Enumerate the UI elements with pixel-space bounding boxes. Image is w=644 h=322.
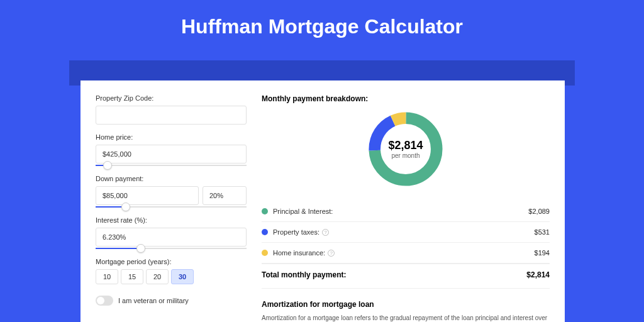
period-btn-30[interactable]: 30 (171, 269, 194, 284)
veteran-row: I am veteran or military (96, 296, 247, 306)
mortgage-period-block: Mortgage period (years): 10 15 20 30 (96, 258, 247, 284)
period-btn-15[interactable]: 15 (121, 269, 143, 284)
down-payment-label: Down payment: (96, 175, 247, 182)
home-price-slider[interactable] (96, 165, 247, 166)
period-btn-20[interactable]: 20 (146, 269, 169, 284)
slider-thumb[interactable] (103, 161, 112, 170)
donut-chart: $2,814 per month (365, 108, 447, 190)
period-btn-10[interactable]: 10 (96, 269, 118, 284)
home-price-label: Home price: (96, 133, 247, 141)
amortization-title: Amortization for mortgage loan (262, 300, 550, 309)
amortization-text: Amortization for a mortgage loan refers … (262, 314, 550, 322)
legend-label: Property taxes: ? (273, 228, 535, 236)
donut-sub: per month (391, 152, 419, 159)
page-title: Huffman Mortgage Calculator (0, 0, 644, 50)
down-payment-pct-input[interactable] (203, 186, 247, 205)
veteran-toggle[interactable] (96, 296, 113, 306)
dot-icon (262, 208, 268, 214)
donut-amount: $2,814 (388, 139, 423, 152)
slider-thumb[interactable] (121, 203, 130, 211)
legend-value: $194 (535, 249, 550, 257)
mortgage-period-options: 10 15 20 30 (96, 269, 247, 284)
veteran-label: I am veteran or military (118, 297, 189, 304)
interest-rate-input[interactable] (96, 228, 247, 247)
legend-value: $531 (535, 228, 550, 236)
info-icon[interactable]: ? (322, 229, 329, 236)
legend-label: Home insurance: ? (273, 249, 535, 257)
dot-icon (262, 250, 268, 256)
zip-input[interactable] (96, 106, 247, 125)
form-panel: Property Zip Code: Home price: Down paym… (96, 94, 247, 322)
legend-value: $2,089 (528, 208, 550, 215)
dot-icon (262, 229, 268, 235)
legend-row-principal: Principal & Interest: $2,089 (262, 201, 550, 222)
legend-row-insurance: Home insurance: ? $194 (262, 243, 550, 264)
donut-center: $2,814 per month (365, 108, 447, 190)
slider-thumb[interactable] (136, 244, 145, 253)
total-value: $2,814 (526, 270, 550, 279)
donut-chart-wrap: $2,814 per month (262, 108, 550, 190)
breakdown-heading: Monthly payment breakdown: (262, 94, 550, 103)
interest-rate-slider[interactable] (96, 248, 247, 249)
down-payment-block: Down payment: (96, 175, 247, 208)
total-row: Total monthly payment: $2,814 (262, 264, 550, 289)
down-payment-slider[interactable] (96, 206, 247, 208)
mortgage-period-label: Mortgage period (years): (96, 258, 247, 265)
legend-text: Property taxes: (273, 228, 319, 236)
slider-fill (96, 248, 141, 249)
total-label: Total monthly payment: (262, 270, 346, 279)
down-payment-input[interactable] (96, 186, 199, 205)
calculator-card: Property Zip Code: Home price: Down paym… (80, 80, 565, 322)
interest-rate-label: Interest rate (%): (96, 216, 247, 224)
interest-rate-block: Interest rate (%): (96, 216, 247, 249)
home-price-block: Home price: (96, 133, 247, 166)
zip-field-block: Property Zip Code: (96, 94, 247, 125)
zip-label: Property Zip Code: (96, 94, 247, 102)
legend-label: Principal & Interest: (273, 208, 528, 215)
home-price-input[interactable] (96, 145, 247, 164)
breakdown-panel: Monthly payment breakdown: $2,814 per mo… (262, 94, 550, 322)
info-icon[interactable]: ? (328, 250, 335, 257)
legend-row-taxes: Property taxes: ? $531 (262, 222, 550, 243)
legend-text: Home insurance: (273, 249, 325, 257)
